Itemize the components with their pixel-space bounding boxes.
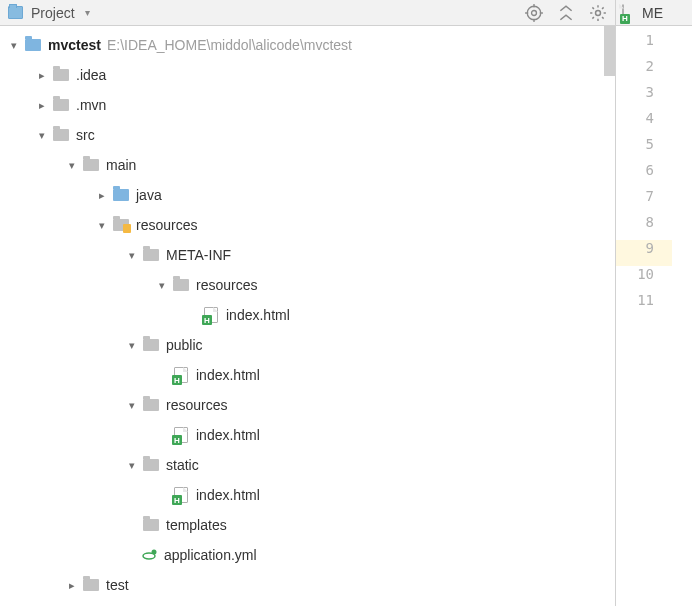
folder-icon [143,399,159,411]
folder-icon [143,249,159,261]
node-label: mvctest [48,37,101,53]
line-number: 3 [616,84,672,110]
editor-tab-label: ME [642,5,663,21]
chevron-right-icon[interactable]: ▸ [64,580,80,591]
editor-gutter: 1234567891011 [616,26,692,606]
node-label: public [166,337,203,353]
node-label: static [166,457,199,473]
node-label: application.yml [164,547,257,563]
tree-node-metainf-resources[interactable]: ▾ resources [0,270,615,300]
collapse-icon[interactable] [557,4,575,22]
chevron-down-icon[interactable]: ▾ [85,7,90,18]
node-label: index.html [196,487,260,503]
yml-file-icon [142,548,158,562]
line-number: 8 [616,214,672,240]
tree-node-file[interactable]: ▸ index.html [0,360,615,390]
target-icon[interactable] [525,4,543,22]
svg-point-8 [152,550,157,555]
chevron-down-icon[interactable]: ▾ [34,130,50,141]
html-file-icon [622,4,624,22]
scrollbar-thumb[interactable] [604,26,615,76]
svg-point-0 [527,6,541,20]
html-file-icon [174,427,188,443]
node-label: test [106,577,129,593]
gear-icon[interactable] [589,4,607,22]
chevron-right-icon[interactable]: ▸ [94,190,110,201]
project-toolbar: Project ▾ [0,0,615,26]
chevron-down-icon[interactable]: ▾ [6,40,22,51]
tree-node-metainf[interactable]: ▾ META-INF [0,240,615,270]
tree-node-static[interactable]: ▾ static [0,450,615,480]
tree-node-file[interactable]: ▸ index.html [0,480,615,510]
tree-node-main[interactable]: ▾ main [0,150,615,180]
line-number: 2 [616,58,672,84]
node-label: index.html [226,307,290,323]
node-label: index.html [196,367,260,383]
line-number: 10 [616,266,672,292]
tree-node-resources2[interactable]: ▾ resources [0,390,615,420]
node-label: java [136,187,162,203]
node-label: resources [196,277,257,293]
html-file-icon [174,487,188,503]
tree-node-file[interactable]: ▸ index.html [0,300,615,330]
tree-node-mvn[interactable]: ▸ .mvn [0,90,615,120]
project-icon [8,6,23,19]
line-number: 6 [616,162,672,188]
resources-folder-icon [113,219,129,231]
chevron-down-icon[interactable]: ▾ [124,460,140,471]
chevron-down-icon[interactable]: ▾ [124,250,140,261]
editor-tab[interactable]: ME [616,0,692,26]
folder-icon [143,519,159,531]
folder-icon [173,279,189,291]
folder-icon [53,69,69,81]
chevron-down-icon[interactable]: ▾ [124,340,140,351]
chevron-down-icon[interactable]: ▾ [94,220,110,231]
tree-node-public[interactable]: ▾ public [0,330,615,360]
tree-node-file-yml[interactable]: ▸ application.yml [0,540,615,570]
svg-point-1 [532,10,537,15]
node-label: .idea [76,67,106,83]
node-label: templates [166,517,227,533]
html-file-icon [174,367,188,383]
tree-node-src[interactable]: ▾ src [0,120,615,150]
line-number: 5 [616,136,672,162]
tree-node-resources[interactable]: ▾ resources [0,210,615,240]
folder-icon [53,129,69,141]
chevron-right-icon[interactable]: ▸ [34,70,50,81]
tree-node-idea[interactable]: ▸ .idea [0,60,615,90]
node-label: resources [136,217,197,233]
folder-icon [83,159,99,171]
tree-node-templates[interactable]: ▸ templates [0,510,615,540]
node-label: .mvn [76,97,106,113]
line-number: 4 [616,110,672,136]
line-number: 7 [616,188,672,214]
chevron-right-icon[interactable]: ▸ [34,100,50,111]
node-label: src [76,127,95,143]
folder-icon [53,99,69,111]
tree-node-file[interactable]: ▸ index.html [0,420,615,450]
chevron-down-icon[interactable]: ▾ [64,160,80,171]
node-label: resources [166,397,227,413]
tree-node-java[interactable]: ▸ java [0,180,615,210]
folder-icon [83,579,99,591]
source-folder-icon [113,189,129,201]
line-number: 1 [616,32,672,58]
node-path: E:\IDEA_HOME\middol\alicode\mvctest [107,37,352,53]
svg-point-6 [596,10,601,15]
folder-icon [143,459,159,471]
line-number: 9 [616,240,672,266]
node-label: main [106,157,136,173]
tree-node-root[interactable]: ▾ mvctest E:\IDEA_HOME\middol\alicode\mv… [0,30,615,60]
module-folder-icon [25,39,41,51]
chevron-down-icon[interactable]: ▾ [154,280,170,291]
folder-icon [143,339,159,351]
html-file-icon [204,307,218,323]
chevron-down-icon[interactable]: ▾ [124,400,140,411]
project-pane-title: Project [31,5,75,21]
line-number: 11 [616,292,672,318]
node-label: META-INF [166,247,231,263]
tree-node-test[interactable]: ▸ test [0,570,615,600]
project-tree: ▾ mvctest E:\IDEA_HOME\middol\alicode\mv… [0,26,615,606]
node-label: index.html [196,427,260,443]
